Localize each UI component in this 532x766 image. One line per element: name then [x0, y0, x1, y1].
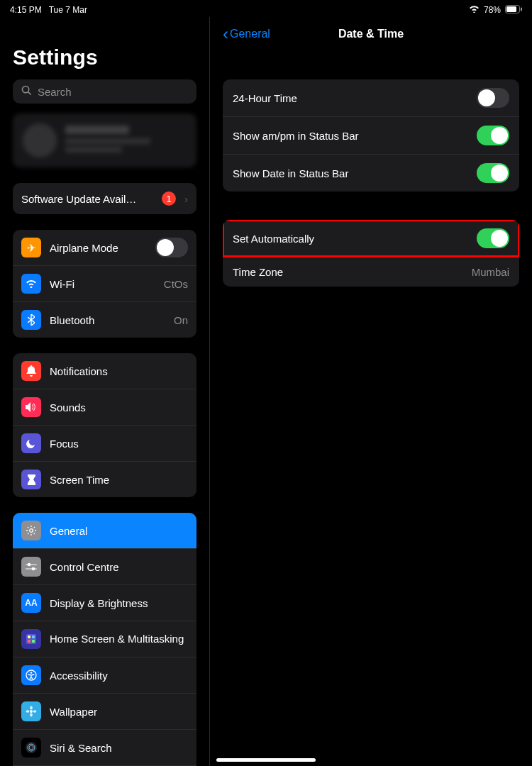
svg-rect-11	[28, 635, 31, 638]
battery-icon	[505, 5, 522, 16]
detail-pane: ‹ General Date & Time 24-Hour Time Show …	[210, 17, 532, 766]
speaker-icon	[21, 397, 41, 417]
update-badge: 1	[162, 192, 176, 206]
svg-rect-12	[32, 635, 35, 638]
row-24hour[interactable]: 24-Hour Time	[223, 79, 519, 116]
home-screen-label: Home Screen & Multitasking	[50, 633, 188, 645]
siri-icon	[21, 738, 41, 757]
ampm-toggle[interactable]	[477, 126, 509, 145]
gear-icon	[21, 521, 41, 540]
svg-rect-7	[26, 564, 37, 565]
row-set-automatically[interactable]: Set Automatically	[223, 220, 519, 257]
wifi-row-icon	[21, 274, 41, 294]
sidebar-item-accessibility[interactable]: Accessibility	[13, 657, 196, 693]
display-label: Display & Brightness	[50, 597, 188, 609]
svg-rect-2	[521, 7, 522, 11]
software-update-label: Software Update Avail…	[21, 193, 162, 205]
svg-point-20	[26, 710, 30, 713]
sounds-label: Sounds	[50, 401, 188, 413]
showdate-toggle[interactable]	[477, 163, 509, 183]
sidebar-item-notifications[interactable]: Notifications	[13, 353, 196, 389]
svg-rect-1	[506, 6, 516, 12]
24hour-toggle[interactable]	[477, 88, 509, 108]
sidebar-item-display[interactable]: AA Display & Brightness	[13, 584, 196, 621]
avatar	[23, 123, 57, 157]
focus-label: Focus	[50, 438, 188, 450]
ampm-label: Show am/pm in Status Bar	[233, 130, 477, 142]
row-ampm[interactable]: Show am/pm in Status Bar	[223, 116, 519, 154]
sidebar-item-general[interactable]: General	[13, 513, 196, 548]
svg-point-5	[30, 529, 33, 533]
screentime-label: Screen Time	[50, 474, 188, 486]
hourglass-icon	[21, 470, 41, 489]
software-update-row[interactable]: Software Update Avail… 1 ›	[13, 183, 196, 214]
sidebar-item-wallpaper[interactable]: Wallpaper	[13, 693, 196, 729]
wifi-label: Wi-Fi	[50, 278, 164, 290]
wallpaper-label: Wallpaper	[50, 706, 188, 718]
accessibility-label: Accessibility	[50, 670, 188, 682]
wifi-icon	[469, 5, 480, 15]
sidebar-item-focus[interactable]: Focus	[13, 425, 196, 461]
chevron-right-icon: ›	[184, 193, 188, 205]
back-button[interactable]: ‹ General	[223, 24, 270, 44]
airplane-icon: ✈︎	[21, 238, 41, 257]
svg-line-4	[28, 92, 31, 94]
airplane-toggle[interactable]	[155, 238, 188, 257]
sidebar-item-screentime[interactable]: Screen Time	[13, 461, 196, 497]
general-label: General	[50, 525, 188, 537]
svg-point-19	[30, 714, 33, 717]
svg-point-16	[31, 672, 33, 674]
home-indicator[interactable]	[216, 758, 316, 762]
status-date: Tue 7 Mar	[49, 5, 87, 15]
settings-sidebar: Settings Search Software Update Avail… 1…	[0, 17, 210, 766]
flower-icon	[21, 701, 41, 721]
back-label: General	[230, 28, 270, 40]
row-showdate[interactable]: Show Date in Status Bar	[223, 154, 519, 192]
apple-id-card[interactable]	[13, 113, 196, 167]
sidebar-item-control-centre[interactable]: Control Centre	[13, 548, 196, 584]
svg-point-21	[33, 710, 37, 713]
bluetooth-icon	[21, 310, 41, 330]
set-auto-toggle[interactable]	[477, 228, 509, 248]
bluetooth-label: Bluetooth	[50, 314, 174, 326]
aa-icon: AA	[21, 593, 41, 613]
control-centre-label: Control Centre	[50, 561, 188, 573]
sidebar-item-home-screen[interactable]: Home Screen & Multitasking	[13, 621, 196, 657]
chevron-left-icon: ‹	[223, 24, 228, 44]
svg-rect-9	[26, 568, 37, 570]
status-time: 4:15 PM	[10, 5, 42, 15]
wifi-value: CtOs	[164, 278, 188, 290]
airplane-label: Airplane Mode	[50, 242, 155, 254]
status-bar: 4:15 PM Tue 7 Mar 78%	[0, 0, 532, 17]
search-input[interactable]: Search	[13, 79, 196, 104]
svg-point-17	[30, 710, 33, 713]
svg-rect-13	[28, 640, 31, 643]
bell-icon	[21, 361, 41, 381]
showdate-label: Show Date in Status Bar	[233, 167, 477, 179]
siri-label: Siri & Search	[50, 742, 188, 754]
timezone-value: Mumbai	[472, 266, 509, 278]
sidebar-item-sounds[interactable]: Sounds	[13, 389, 196, 425]
svg-point-22	[26, 742, 37, 753]
svg-rect-10	[26, 634, 36, 644]
svg-rect-14	[32, 640, 35, 643]
sidebar-item-wifi[interactable]: Wi-Fi CtOs	[13, 265, 196, 301]
svg-point-18	[30, 706, 33, 710]
timezone-label: Time Zone	[233, 266, 472, 278]
grid-icon	[21, 629, 41, 649]
row-timezone[interactable]: Time Zone Mumbai	[223, 257, 519, 287]
battery-percent: 78%	[484, 5, 501, 15]
sidebar-item-bluetooth[interactable]: Bluetooth On	[13, 301, 196, 338]
page-title: Settings	[13, 45, 196, 70]
bluetooth-value: On	[174, 314, 188, 326]
moon-icon	[21, 433, 41, 453]
sidebar-item-airplane[interactable]: ✈︎ Airplane Mode	[13, 230, 196, 265]
detail-title: Date & Time	[338, 28, 404, 40]
sidebar-item-siri[interactable]: Siri & Search	[13, 729, 196, 765]
search-icon	[21, 85, 32, 98]
accessibility-icon	[21, 665, 41, 685]
24hour-label: 24-Hour Time	[233, 92, 477, 104]
set-auto-label: Set Automatically	[233, 233, 477, 245]
search-placeholder: Search	[38, 86, 72, 98]
sliders-icon	[21, 557, 41, 577]
